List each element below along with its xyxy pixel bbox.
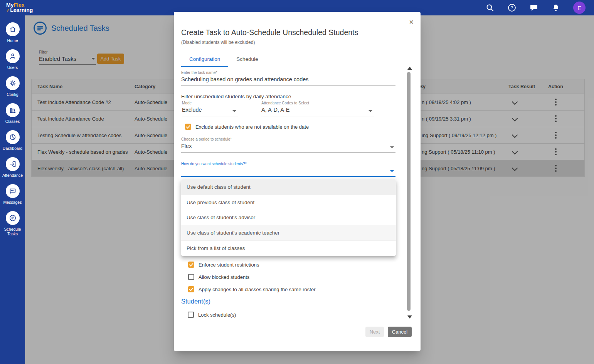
checkbox-checked[interactable] [188, 286, 194, 292]
logo-text-learning: Learning [10, 7, 33, 13]
sidebar-label: Home [1, 38, 24, 43]
chevron-down-icon [369, 110, 372, 112]
sidebar-item-messages[interactable]: Messages [0, 184, 25, 205]
task-name-label: Enter the task name* [181, 70, 395, 75]
attendance-section-heading: Filter unscheduled students by daily att… [181, 94, 291, 99]
sidebar-label: Attendance [1, 173, 24, 178]
notifications-bell-icon[interactable] [551, 3, 560, 12]
sidebar: Home Users Config Classes Dashboard [0, 15, 25, 364]
user-avatar[interactable]: E [573, 2, 586, 14]
checkbox-unchecked[interactable] [188, 312, 194, 318]
students-section-heading: Student(s) [181, 298, 210, 305]
lock-schedules-checkbox-row[interactable]: Lock schedule(s) [188, 312, 236, 318]
sidebar-label: Messages [1, 200, 24, 205]
chat-icon[interactable] [529, 3, 538, 12]
tab-configuration[interactable]: Configuration [181, 52, 228, 67]
mode-value: Exclude [182, 107, 238, 116]
gear-icon [6, 76, 20, 90]
sidebar-item-schedule-tasks[interactable]: Schedule Tasks [0, 211, 25, 236]
topbar-actions: ? E [485, 2, 586, 14]
menu-option-academic-teacher-class[interactable]: Use class of student's academic teacher [181, 225, 396, 241]
sidebar-item-dashboard[interactable]: Dashboard [0, 130, 25, 151]
cancel-button[interactable]: Cancel [388, 327, 412, 337]
apply-roster-changes-label: Apply changes to all classes sharing the… [199, 287, 316, 292]
tab-schedule[interactable]: Schedule [228, 52, 266, 67]
menu-option-pick-classes[interactable]: Pick from a list of classes [181, 241, 396, 256]
mode-label: Mode [182, 101, 238, 105]
how-schedule-value [181, 168, 395, 176]
schedule-tasks-icon [6, 211, 20, 225]
period-value: Flex [181, 143, 395, 152]
home-icon [6, 22, 20, 36]
attendance-codes-select[interactable]: Attendance Codes to Select A, A-D, A-E [261, 101, 374, 116]
period-select[interactable]: Choose a period to schedule* Flex [181, 137, 395, 153]
sidebar-label: Users [1, 65, 24, 70]
logo-check-icon: ✓ [6, 8, 10, 13]
menu-option-advisor-class[interactable]: Use class of student's advisor [181, 210, 396, 226]
modal-subtitle: (Disabled students will be excluded) [181, 40, 255, 45]
how-schedule-dropdown-menu: Use default class of student Use previou… [181, 179, 396, 256]
attendance-codes-value: A, A-D, A-E [261, 107, 374, 116]
menu-option-default-class[interactable]: Use default class of student [181, 179, 396, 195]
task-name-input[interactable]: Scheduling based on grades and attendanc… [181, 76, 395, 86]
sidebar-item-classes[interactable]: Classes [0, 103, 25, 124]
next-button[interactable]: Next [365, 327, 384, 337]
chevron-down-icon [232, 110, 236, 112]
dashboard-icon [6, 130, 20, 144]
sidebar-label: Schedule Tasks [1, 227, 24, 236]
sidebar-item-attendance[interactable]: Attendance [0, 157, 25, 178]
sidebar-item-users[interactable]: Users [0, 49, 25, 70]
chevron-down-icon [390, 146, 394, 148]
screen: MyFlex ✓Learning ? E Home [0, 0, 594, 364]
exclude-unavailable-checkbox-row[interactable]: Exclude students who are not available o… [185, 124, 309, 130]
modal-title: Create Task to Auto-Schedule Unscheduled… [181, 28, 358, 37]
checkbox-checked[interactable] [185, 124, 191, 130]
how-schedule-select[interactable]: How do you want schedule students?* [181, 162, 395, 177]
sidebar-label: Config [1, 92, 24, 97]
messages-icon [6, 184, 20, 198]
create-task-modal: × Create Task to Auto-Schedule Unschedul… [174, 12, 421, 351]
allow-blocked-label: Allow blocked students [199, 274, 249, 280]
menu-option-previous-class[interactable]: Use previous class of student [181, 195, 396, 210]
scrollbar-up-arrow[interactable] [407, 67, 412, 70]
scrollbar-thumb[interactable] [407, 72, 411, 311]
mode-select[interactable]: Mode Exclude [182, 101, 238, 116]
period-label: Choose a period to schedule* [181, 137, 395, 141]
checkbox-checked[interactable] [188, 262, 194, 268]
enforce-restrictions-label: Enforce student restrictions [199, 262, 259, 268]
svg-text:?: ? [511, 5, 513, 10]
sidebar-item-config[interactable]: Config [0, 76, 25, 97]
lock-schedules-label: Lock schedule(s) [198, 312, 236, 318]
sidebar-item-home[interactable]: Home [0, 22, 25, 43]
users-icon [6, 49, 20, 63]
how-schedule-label: How do you want schedule students?* [181, 162, 395, 166]
allow-blocked-checkbox-row[interactable]: Allow blocked students [188, 274, 249, 280]
help-icon[interactable]: ? [507, 3, 517, 12]
search-icon[interactable] [485, 3, 495, 12]
exclude-unavailable-label: Exclude students who are not available o… [195, 124, 309, 130]
close-icon[interactable]: × [409, 18, 414, 26]
chevron-down-icon [390, 170, 394, 172]
attendance-icon [6, 157, 20, 171]
sidebar-label: Classes [1, 119, 24, 124]
attendance-codes-label: Attendance Codes to Select [261, 101, 374, 105]
apply-roster-changes-checkbox-row[interactable]: Apply changes to all classes sharing the… [188, 286, 316, 292]
task-name-field[interactable]: Enter the task name* Scheduling based on… [181, 70, 395, 86]
modal-tabs: Configuration Schedule [181, 52, 266, 67]
app-logo[interactable]: MyFlex ✓Learning [6, 3, 33, 13]
scrollbar-down-arrow[interactable] [407, 315, 412, 319]
classes-icon [6, 103, 20, 117]
checkbox-unchecked[interactable] [188, 274, 194, 280]
enforce-restrictions-checkbox-row[interactable]: Enforce student restrictions [188, 262, 259, 268]
sidebar-label: Dashboard [1, 146, 24, 151]
